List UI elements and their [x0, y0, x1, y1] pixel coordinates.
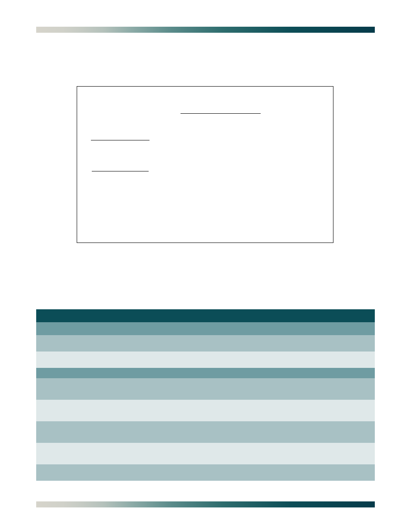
footer-gradient-bar — [36, 501, 375, 507]
table-row — [36, 421, 375, 443]
content-box — [77, 86, 333, 243]
box-subheading-2-underline — [92, 171, 149, 171]
table-row — [36, 400, 375, 421]
table-row — [36, 352, 375, 368]
box-title-underline — [181, 113, 261, 114]
table-row — [36, 335, 375, 352]
table-row — [36, 378, 375, 400]
header-gradient-bar — [36, 27, 375, 33]
table-row — [36, 443, 375, 464]
table-header-row — [36, 309, 375, 322]
table-subheader-row — [36, 322, 375, 335]
table-row — [36, 464, 375, 481]
striped-table — [36, 309, 375, 481]
box-subheading-1-underline — [91, 140, 149, 140]
table-row — [36, 368, 375, 378]
